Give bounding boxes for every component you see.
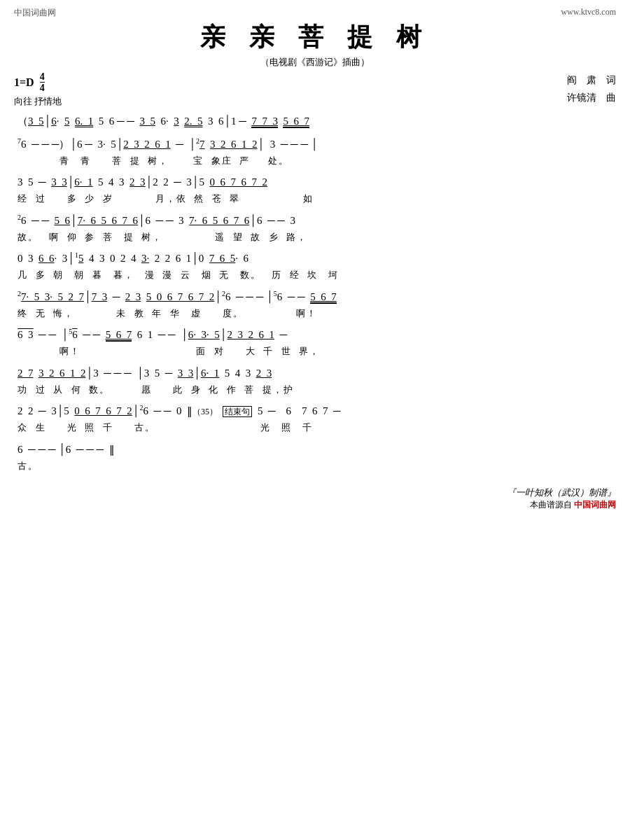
lyric-row-4: 故。 啊 仰 参 菩 提 树， 遥 望 故 乡 路， <box>18 230 612 244</box>
score-section-8: 2 7 3 2 6 1 2│3 ─ ─ ─ │3 5 ─ 3 3│6· 1 5 … <box>18 364 612 397</box>
notation-row-2: 76 ─ ─ ─）│6 ─ 3· 5│2 3 2 6 1 ─ │27 3 2 6… <box>18 135 612 154</box>
style-marking: 向往 抒情地 <box>14 95 62 108</box>
notation-row-1: （3 5│6· 5 6. 1 5 6 ─ ─ 3 5 6· 3 2. 5 3 6… <box>18 112 612 131</box>
score-section-10: 6 ─ ─ ─ │6 ─ ─ ─ ‖ 古。 <box>18 440 612 473</box>
site-left: 中国词曲网 <box>14 7 56 19</box>
score-section-9: 2 2 ─ 3│5 0 6 7 6 7 2│26 ─ ─ 0 ‖（35） 结束句… <box>18 402 612 435</box>
lyric-row-8: 功 过 从 何 数。 愿 此 身 化 作 菩 提，护 <box>18 383 612 397</box>
notation-row-4: 26 ─ ─ 5 6│7· 6 5 6 7 6│6 ─ ─ 3 7· 6 5 6… <box>18 211 612 230</box>
footer-credit1: 『一叶知秋（武汉）制谱』 <box>507 486 616 499</box>
footer-credit2: 本曲谱源自 中国词曲网 <box>507 499 616 511</box>
lyric-row-10: 古。 <box>18 459 612 473</box>
lyric-row-7: 啊！ 面 对 大 千 世 界， <box>18 344 612 358</box>
lyric-row-2: 青 青 菩 提 树， 宝 象庄 严 处。 <box>18 154 612 168</box>
site-right: www.ktvc8.com <box>561 7 616 19</box>
score-section-4: 26 ─ ─ 5 6│7· 6 5 6 7 6│6 ─ ─ 3 7· 6 5 6… <box>18 211 612 244</box>
header-info: 1=D 4 4 向往 抒情地 阎 肃 词 许镜清 曲 <box>14 71 616 108</box>
notation-row-7: 6 3 ─ ─ │56 ─ ─ 5 6 7 6 1 ─ ─ │6· 3· 5│2… <box>18 326 612 344</box>
notation-row-8: 2 7 3 2 6 1 2│3 ─ ─ ─ │3 5 ─ 3 3│6· 1 5 … <box>18 364 612 383</box>
score-section-5: 0 3 6 6· 3│15 4 3 0 2 4 3· 2 2 6 1│0 7 6… <box>18 249 612 282</box>
score-section-3: 3 5 ─ 3 3│6· 1 5 4 3 2 3│2 2 ─ 3│5 0 6 7… <box>18 173 612 206</box>
score-section-1: （3 5│6· 5 6. 1 5 6 ─ ─ 3 5 6· 3 2. 5 3 6… <box>18 112 612 131</box>
main-title: 亲 亲 菩 提 树 <box>14 20 616 55</box>
lyric-row-3: 经 过 多 少 岁 月，依 然 苍 翠 如 <box>18 192 612 206</box>
lyric-row-5: 几 多 朝 朝 暮 暮， 漫 漫 云 烟 无 数。 历 经 坎 坷 <box>18 268 612 282</box>
notation-row-10: 6 ─ ─ ─ │6 ─ ─ ─ ‖ <box>18 440 612 459</box>
title-section: 亲 亲 菩 提 树 （电视剧《西游记》插曲） <box>14 20 616 69</box>
notation-row-5: 0 3 6 6· 3│15 4 3 0 2 4 3· 2 2 6 1│0 7 6… <box>18 249 612 268</box>
score-section-7: 6 3 ─ ─ │56 ─ ─ 5 6 7 6 1 ─ ─ │6· 3· 5│2… <box>18 326 612 358</box>
author2: 许镜清 曲 <box>567 89 616 106</box>
footer-right: 『一叶知秋（武汉）制谱』 本曲谱源自 中国词曲网 <box>507 486 616 511</box>
key-signature: 1=D <box>14 76 34 89</box>
top-bar: 中国词曲网 www.ktvc8.com <box>14 7 616 19</box>
score-section-6: 27· 5 3· 5 2 7│7 3 ─ 2 3 5 0 6 7 6 7 2│2… <box>18 288 612 321</box>
lyric-row-9: 众 生 光 照 千 古。 光 照 千 <box>18 421 612 435</box>
score-section-2: 76 ─ ─ ─）│6 ─ 3· 5│2 3 2 6 1 ─ │27 3 2 6… <box>18 135 612 168</box>
footer-area: 『一叶知秋（武汉）制谱』 本曲谱源自 中国词曲网 <box>14 486 616 511</box>
author-info: 阎 肃 词 许镜清 曲 <box>567 71 616 106</box>
time-signature: 4 4 <box>40 71 45 94</box>
score-content: （3 5│6· 5 6. 1 5 6 ─ ─ 3 5 6· 3 2. 5 3 6… <box>14 112 616 473</box>
footer-site: 中国词曲网 <box>574 500 616 510</box>
author1: 阎 肃 词 <box>567 71 616 89</box>
notation-row-6: 27· 5 3· 5 2 7│7 3 ─ 2 3 5 0 6 7 6 7 2│2… <box>18 288 612 307</box>
notation-row-3: 3 5 ─ 3 3│6· 1 5 4 3 2 3│2 2 ─ 3│5 0 6 7… <box>18 173 612 192</box>
lyric-row-6: 终 无 悔， 未 教 年 华 虚 度。 啊！ <box>18 307 612 321</box>
subtitle: （电视剧《西游记》插曲） <box>14 56 616 69</box>
notation-row-9: 2 2 ─ 3│5 0 6 7 6 7 2│26 ─ ─ 0 ‖（35） 结束句… <box>18 402 612 421</box>
key-time-area: 1=D 4 4 向往 抒情地 <box>14 71 62 108</box>
